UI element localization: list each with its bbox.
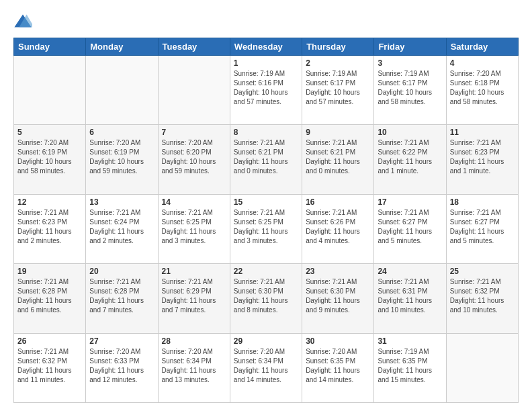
day-number: 15: [234, 197, 298, 207]
day-number: 8: [234, 128, 298, 137]
col-header-monday: Monday: [86, 38, 158, 56]
day-cell: 4Sunrise: 7:20 AMSunset: 6:18 PMDaylight…: [446, 56, 518, 125]
day-cell: 19Sunrise: 7:21 AMSunset: 6:28 PMDayligh…: [14, 264, 86, 333]
day-number: 24: [378, 267, 442, 276]
day-info: Sunrise: 7:19 AMSunset: 6:35 PMDaylight:…: [378, 347, 442, 385]
day-number: 7: [162, 128, 226, 137]
day-cell: [446, 333, 518, 402]
day-cell: 9Sunrise: 7:21 AMSunset: 6:21 PMDaylight…: [302, 125, 374, 194]
day-number: 5: [17, 128, 82, 137]
day-cell: 31Sunrise: 7:19 AMSunset: 6:35 PMDayligh…: [374, 333, 446, 402]
day-info: Sunrise: 7:21 AMSunset: 6:32 PMDaylight:…: [450, 277, 515, 315]
day-number: 12: [17, 197, 82, 207]
day-cell: 6Sunrise: 7:20 AMSunset: 6:19 PMDaylight…: [86, 125, 158, 194]
day-number: 9: [306, 128, 370, 137]
week-row-1: 1Sunrise: 7:19 AMSunset: 6:16 PMDaylight…: [14, 56, 519, 125]
day-info: Sunrise: 7:21 AMSunset: 6:27 PMDaylight:…: [378, 208, 442, 246]
day-number: 11: [450, 128, 515, 137]
day-info: Sunrise: 7:20 AMSunset: 6:19 PMDaylight:…: [89, 138, 154, 176]
day-cell: [86, 56, 158, 125]
day-number: 1: [234, 58, 298, 68]
day-info: Sunrise: 7:21 AMSunset: 6:23 PMDaylight:…: [450, 138, 515, 176]
day-cell: 11Sunrise: 7:21 AMSunset: 6:23 PMDayligh…: [446, 125, 518, 194]
day-cell: 18Sunrise: 7:21 AMSunset: 6:27 PMDayligh…: [446, 194, 518, 263]
day-number: 16: [306, 197, 370, 207]
day-info: Sunrise: 7:19 AMSunset: 6:16 PMDaylight:…: [234, 69, 298, 107]
col-header-wednesday: Wednesday: [230, 38, 302, 56]
day-cell: 24Sunrise: 7:21 AMSunset: 6:31 PMDayligh…: [374, 264, 446, 333]
col-header-saturday: Saturday: [446, 38, 518, 56]
logo: [13, 12, 35, 31]
day-cell: 5Sunrise: 7:20 AMSunset: 6:19 PMDaylight…: [14, 125, 86, 194]
day-number: 19: [17, 267, 82, 276]
day-info: Sunrise: 7:21 AMSunset: 6:29 PMDaylight:…: [162, 277, 226, 315]
logo-icon: [13, 12, 32, 31]
day-cell: 16Sunrise: 7:21 AMSunset: 6:26 PMDayligh…: [302, 194, 374, 263]
day-number: 2: [306, 58, 370, 68]
day-cell: 20Sunrise: 7:21 AMSunset: 6:28 PMDayligh…: [86, 264, 158, 333]
day-number: 27: [89, 336, 154, 346]
day-info: Sunrise: 7:21 AMSunset: 6:30 PMDaylight:…: [306, 277, 370, 315]
day-number: 18: [450, 197, 515, 207]
day-cell: 1Sunrise: 7:19 AMSunset: 6:16 PMDaylight…: [230, 56, 302, 125]
day-info: Sunrise: 7:21 AMSunset: 6:21 PMDaylight:…: [306, 138, 370, 176]
day-info: Sunrise: 7:19 AMSunset: 6:17 PMDaylight:…: [306, 69, 370, 107]
day-cell: 8Sunrise: 7:21 AMSunset: 6:21 PMDaylight…: [230, 125, 302, 194]
day-cell: 27Sunrise: 7:20 AMSunset: 6:33 PMDayligh…: [86, 333, 158, 402]
day-info: Sunrise: 7:20 AMSunset: 6:35 PMDaylight:…: [306, 347, 370, 385]
day-info: Sunrise: 7:19 AMSunset: 6:17 PMDaylight:…: [378, 69, 442, 107]
day-number: 31: [378, 336, 442, 346]
day-number: 14: [162, 197, 226, 207]
col-header-sunday: Sunday: [14, 38, 86, 56]
day-number: 17: [378, 197, 442, 207]
day-info: Sunrise: 7:21 AMSunset: 6:26 PMDaylight:…: [306, 208, 370, 246]
day-info: Sunrise: 7:20 AMSunset: 6:19 PMDaylight:…: [17, 138, 82, 176]
day-info: Sunrise: 7:21 AMSunset: 6:22 PMDaylight:…: [378, 138, 442, 176]
day-cell: 28Sunrise: 7:20 AMSunset: 6:34 PMDayligh…: [158, 333, 230, 402]
day-info: Sunrise: 7:21 AMSunset: 6:27 PMDaylight:…: [450, 208, 515, 246]
day-cell: 23Sunrise: 7:21 AMSunset: 6:30 PMDayligh…: [302, 264, 374, 333]
day-number: 28: [162, 336, 226, 346]
week-row-4: 19Sunrise: 7:21 AMSunset: 6:28 PMDayligh…: [14, 264, 519, 333]
day-number: 4: [450, 58, 515, 68]
day-info: Sunrise: 7:21 AMSunset: 6:28 PMDaylight:…: [17, 277, 82, 315]
day-number: 3: [378, 58, 442, 68]
day-cell: 21Sunrise: 7:21 AMSunset: 6:29 PMDayligh…: [158, 264, 230, 333]
day-cell: [158, 56, 230, 125]
day-cell: 14Sunrise: 7:21 AMSunset: 6:25 PMDayligh…: [158, 194, 230, 263]
day-cell: 26Sunrise: 7:21 AMSunset: 6:32 PMDayligh…: [14, 333, 86, 402]
day-info: Sunrise: 7:21 AMSunset: 6:25 PMDaylight:…: [234, 208, 298, 246]
col-header-friday: Friday: [374, 38, 446, 56]
col-header-tuesday: Tuesday: [158, 38, 230, 56]
day-number: 29: [234, 336, 298, 346]
day-info: Sunrise: 7:20 AMSunset: 6:18 PMDaylight:…: [450, 69, 515, 107]
day-number: 10: [378, 128, 442, 137]
day-info: Sunrise: 7:21 AMSunset: 6:23 PMDaylight:…: [17, 208, 82, 246]
week-row-5: 26Sunrise: 7:21 AMSunset: 6:32 PMDayligh…: [14, 333, 519, 402]
day-cell: 13Sunrise: 7:21 AMSunset: 6:24 PMDayligh…: [86, 194, 158, 263]
day-cell: 12Sunrise: 7:21 AMSunset: 6:23 PMDayligh…: [14, 194, 86, 263]
week-row-2: 5Sunrise: 7:20 AMSunset: 6:19 PMDaylight…: [14, 125, 519, 194]
day-cell: 10Sunrise: 7:21 AMSunset: 6:22 PMDayligh…: [374, 125, 446, 194]
day-info: Sunrise: 7:21 AMSunset: 6:25 PMDaylight:…: [162, 208, 226, 246]
day-number: 25: [450, 267, 515, 276]
day-cell: 2Sunrise: 7:19 AMSunset: 6:17 PMDaylight…: [302, 56, 374, 125]
day-info: Sunrise: 7:20 AMSunset: 6:34 PMDaylight:…: [162, 347, 226, 385]
day-cell: 22Sunrise: 7:21 AMSunset: 6:30 PMDayligh…: [230, 264, 302, 333]
week-row-3: 12Sunrise: 7:21 AMSunset: 6:23 PMDayligh…: [14, 194, 519, 263]
day-cell: 15Sunrise: 7:21 AMSunset: 6:25 PMDayligh…: [230, 194, 302, 263]
col-header-thursday: Thursday: [302, 38, 374, 56]
day-number: 13: [89, 197, 154, 207]
page: SundayMondayTuesdayWednesdayThursdayFrid…: [0, 0, 532, 411]
day-number: 26: [17, 336, 82, 346]
day-info: Sunrise: 7:21 AMSunset: 6:21 PMDaylight:…: [234, 138, 298, 176]
day-cell: 3Sunrise: 7:19 AMSunset: 6:17 PMDaylight…: [374, 56, 446, 125]
day-info: Sunrise: 7:21 AMSunset: 6:30 PMDaylight:…: [234, 277, 298, 315]
day-number: 20: [89, 267, 154, 276]
day-info: Sunrise: 7:20 AMSunset: 6:34 PMDaylight:…: [234, 347, 298, 385]
day-info: Sunrise: 7:20 AMSunset: 6:20 PMDaylight:…: [162, 138, 226, 176]
day-cell: 30Sunrise: 7:20 AMSunset: 6:35 PMDayligh…: [302, 333, 374, 402]
day-number: 23: [306, 267, 370, 276]
day-number: 21: [162, 267, 226, 276]
day-info: Sunrise: 7:20 AMSunset: 6:33 PMDaylight:…: [89, 347, 154, 385]
